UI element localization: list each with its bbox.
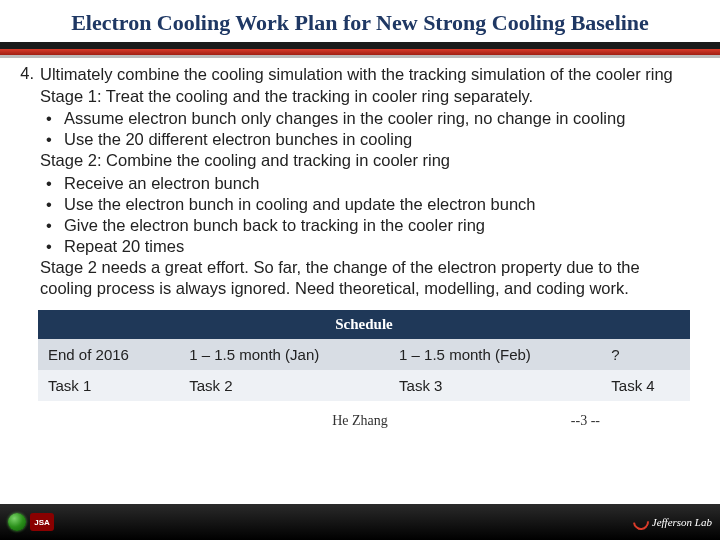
schedule-table: Schedule End of 2016 1 – 1.5 month (Jan)… bbox=[38, 310, 690, 401]
table-cell: Task 3 bbox=[389, 370, 601, 401]
jlab-text: Jefferson Lab bbox=[652, 516, 712, 528]
table-row: End of 2016 1 – 1.5 month (Jan) 1 – 1.5 … bbox=[38, 339, 690, 370]
stage2-bullets: Receive an electron bunch Use the electr… bbox=[40, 173, 684, 257]
footer-bar: Jefferson Lab bbox=[0, 504, 720, 540]
globe-icon bbox=[8, 513, 26, 531]
list-item: Assume electron bunch only changes in th… bbox=[64, 108, 684, 129]
table-cell: Task 4 bbox=[601, 370, 690, 401]
stage2-label: Stage 2: Combine the cooling and trackin… bbox=[40, 150, 684, 171]
table-cell: 1 – 1.5 month (Jan) bbox=[179, 339, 389, 370]
schedule-header: Schedule bbox=[38, 310, 690, 339]
page-number: --3 -- bbox=[571, 413, 600, 429]
closing-paragraph: Stage 2 needs a great effort. So far, th… bbox=[40, 257, 684, 299]
table-cell: Task 2 bbox=[179, 370, 389, 401]
slide-title: Electron Cooling Work Plan for New Stron… bbox=[40, 10, 680, 36]
decorative-band bbox=[0, 42, 720, 58]
list-item: Give the electron bunch back to tracking… bbox=[64, 215, 684, 236]
table-cell: ? bbox=[601, 339, 690, 370]
list-item: Receive an electron bunch bbox=[64, 173, 684, 194]
body-text: Ultimately combine the cooling simulatio… bbox=[40, 64, 684, 300]
table-cell: End of 2016 bbox=[38, 339, 179, 370]
stage1-label: Stage 1: Treat the cooling and the track… bbox=[40, 86, 684, 107]
table-row: Task 1 Task 2 Task 3 Task 4 bbox=[38, 370, 690, 401]
table-cell: 1 – 1.5 month (Feb) bbox=[389, 339, 601, 370]
table-cell: Task 1 bbox=[38, 370, 179, 401]
list-item: Use the 20 different electron bunches in… bbox=[64, 129, 684, 150]
stage1-bullets: Assume electron bunch only changes in th… bbox=[40, 108, 684, 150]
intro-paragraph: Ultimately combine the cooling simulatio… bbox=[40, 64, 684, 85]
author-name: He Zhang bbox=[332, 413, 388, 428]
list-item: Repeat 20 times bbox=[64, 236, 684, 257]
list-item: Use the electron bunch in cooling and up… bbox=[64, 194, 684, 215]
jefferson-lab-logo: Jefferson Lab bbox=[633, 514, 712, 530]
swirl-icon bbox=[630, 511, 653, 534]
jsa-logo bbox=[30, 513, 54, 531]
list-number: 4. bbox=[10, 64, 34, 300]
